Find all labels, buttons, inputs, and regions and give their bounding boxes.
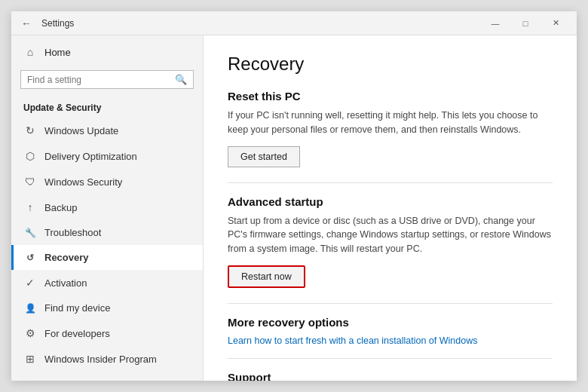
windows-insider-icon: ⊞ — [23, 353, 37, 365]
nav-label: Troubleshoot — [44, 227, 101, 238]
search-icon: 🔍 — [175, 74, 187, 85]
nav-label: For developers — [44, 328, 110, 339]
sidebar-item-backup[interactable]: ↑ Backup — [11, 194, 203, 220]
sidebar-item-find-my-device[interactable]: 👤 Find my device — [11, 296, 203, 320]
activation-icon: ✓ — [23, 277, 37, 289]
nav-label: Delivery Optimization — [44, 151, 137, 162]
divider-1 — [228, 182, 553, 183]
nav-label: Backup — [44, 202, 77, 213]
for-developers-icon: ⚙ — [23, 327, 37, 339]
content-area: Recovery Reset this PC If your PC isn't … — [204, 35, 577, 381]
sidebar-section-header: Update & Security — [11, 96, 203, 118]
clean-install-link[interactable]: Learn how to start fresh with a clean in… — [228, 335, 477, 346]
windows-security-icon: 🛡 — [23, 176, 37, 188]
divider-2 — [228, 303, 553, 304]
sidebar-item-activation[interactable]: ✓ Activation — [11, 270, 203, 296]
close-button[interactable]: ✕ — [541, 11, 571, 35]
restart-now-button[interactable]: Restart now — [228, 265, 305, 288]
sidebar-item-delivery-optimization[interactable]: ⬡ Delivery Optimization — [11, 143, 203, 169]
more-options-title: More recovery options — [228, 316, 553, 329]
sidebar-item-windows-update[interactable]: ↻ Windows Update — [11, 118, 203, 143]
minimize-button[interactable]: — — [480, 11, 510, 35]
nav-label: Find my device — [44, 302, 110, 314]
sidebar-item-windows-security[interactable]: 🛡 Windows Security — [11, 169, 203, 194]
reset-pc-description: If your PC isn't running well, resetting… — [228, 109, 553, 137]
find-my-device-icon: 👤 — [23, 303, 37, 314]
divider-3 — [228, 358, 553, 359]
troubleshoot-icon: 🔧 — [23, 228, 37, 238]
back-button[interactable]: ← — [17, 14, 35, 32]
sidebar-item-recovery[interactable]: ↺ Recovery — [11, 245, 203, 270]
titlebar: ← Settings — □ ✕ — [11, 11, 577, 35]
nav-label: Activation — [44, 277, 87, 289]
page-title: Recovery — [228, 54, 553, 75]
nav-label: Windows Update — [44, 125, 118, 136]
windows-update-icon: ↻ — [23, 124, 37, 136]
advanced-startup-title: Advanced startup — [228, 195, 553, 208]
recovery-icon: ↺ — [23, 253, 37, 263]
nav-label: Windows Security — [44, 176, 122, 188]
search-box[interactable]: 🔍 — [20, 70, 194, 89]
backup-icon: ↑ — [23, 201, 37, 213]
maximize-button[interactable]: □ — [510, 11, 541, 35]
reset-pc-title: Reset this PC — [228, 90, 553, 103]
get-started-button[interactable]: Get started — [228, 146, 300, 167]
window-controls: — □ ✕ — [480, 11, 571, 35]
search-input[interactable] — [27, 75, 170, 85]
support-title: Support — [228, 371, 553, 381]
sidebar-item-troubleshoot[interactable]: 🔧 Troubleshoot — [11, 220, 203, 245]
sidebar-home-label: Home — [44, 47, 71, 58]
nav-label: Windows Insider Program — [44, 354, 157, 365]
main-content: ⌂ Home 🔍 Update & Security ↻ Windows Upd… — [11, 35, 577, 381]
delivery-optimization-icon: ⬡ — [23, 150, 37, 162]
sidebar-item-for-developers[interactable]: ⚙ For developers — [11, 320, 203, 346]
sidebar: ⌂ Home 🔍 Update & Security ↻ Windows Upd… — [11, 35, 204, 381]
titlebar-title: Settings — [41, 18, 74, 29]
home-icon: ⌂ — [23, 46, 37, 58]
sidebar-item-windows-insider[interactable]: ⊞ Windows Insider Program — [11, 346, 203, 372]
advanced-startup-description: Start up from a device or disc (such as … — [228, 214, 553, 256]
nav-label: Recovery — [44, 252, 89, 263]
settings-window: ← Settings — □ ✕ ⌂ Home 🔍 Update & Secur… — [11, 11, 577, 381]
sidebar-item-home[interactable]: ⌂ Home — [11, 38, 203, 66]
